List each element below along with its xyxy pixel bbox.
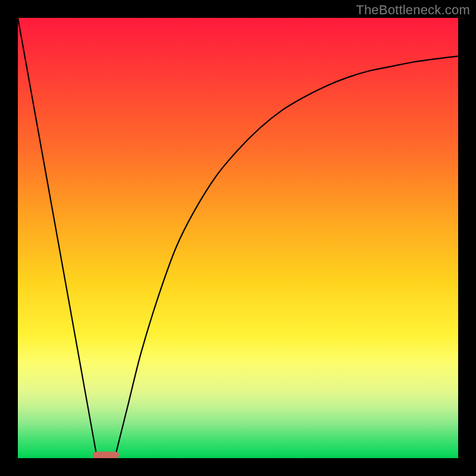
plot-area (18, 18, 458, 458)
watermark-text: TheBottleneck.com (356, 2, 470, 18)
bottleneck-marker (93, 452, 119, 458)
curve-layer (18, 18, 458, 458)
right-curve-line (115, 56, 458, 458)
chart-frame: TheBottleneck.com (0, 0, 476, 476)
left-slope-line (18, 18, 97, 458)
